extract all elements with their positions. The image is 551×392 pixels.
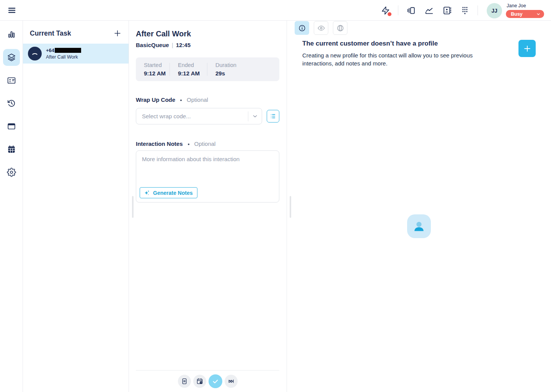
interaction-notes-label: Interaction Notes bbox=[136, 140, 183, 147]
no-profile-heading: The current customer doesn’t have a prof… bbox=[302, 40, 486, 47]
id-card-icon[interactable] bbox=[3, 72, 20, 89]
chevron-down-icon bbox=[536, 12, 541, 16]
acw-title: After Call Work bbox=[136, 29, 279, 38]
started-value: 9:12 AM bbox=[144, 70, 170, 77]
status-dropdown[interactable]: Busy bbox=[506, 10, 544, 18]
line-chart-icon[interactable] bbox=[424, 5, 434, 16]
dot-separator bbox=[188, 144, 189, 145]
after-call-work-panel: After Call Work BasicQueue | 12:45 Start… bbox=[129, 21, 287, 392]
plus-icon bbox=[523, 44, 531, 53]
menu-icon[interactable] bbox=[6, 5, 18, 16]
no-profile-description: Creating a new profile for this contact … bbox=[302, 51, 486, 67]
profile-tabs bbox=[295, 21, 347, 35]
add-task-button[interactable] bbox=[112, 28, 122, 38]
queue-name: BasicQueue bbox=[136, 42, 169, 48]
history-icon[interactable] bbox=[3, 95, 20, 112]
skip-end-icon[interactable] bbox=[225, 375, 238, 388]
tab-info-icon[interactable] bbox=[295, 21, 309, 35]
directory-icon[interactable] bbox=[442, 5, 452, 16]
avatar[interactable]: JJ bbox=[487, 3, 502, 18]
window-icon[interactable] bbox=[3, 118, 20, 135]
current-task-panel: Current Task +64 After Call Work bbox=[23, 21, 129, 392]
no-profile-message: The current customer doesn’t have a prof… bbox=[302, 40, 486, 67]
zap-icon[interactable] bbox=[380, 5, 391, 16]
document-icon[interactable] bbox=[178, 375, 191, 388]
task-phone-number: +64 bbox=[46, 47, 54, 53]
profile-avatar-placeholder bbox=[407, 214, 431, 238]
task-list-item[interactable]: +64 After Call Work bbox=[23, 44, 129, 64]
wrap-up-code-label: Wrap Up Code bbox=[136, 96, 175, 103]
duration-value: 29s bbox=[215, 70, 236, 77]
status-label: Busy bbox=[511, 11, 523, 17]
plus-icon bbox=[113, 29, 122, 38]
divider bbox=[478, 5, 478, 15]
calendar-icon[interactable] bbox=[3, 141, 20, 158]
divider bbox=[398, 5, 398, 15]
scrollbar-thumb[interactable] bbox=[290, 196, 291, 218]
left-nav-rail bbox=[0, 21, 23, 392]
separator: | bbox=[172, 42, 173, 48]
panels-icon[interactable] bbox=[406, 5, 416, 16]
generate-notes-label: Generate Notes bbox=[153, 190, 192, 196]
phone-down-icon bbox=[28, 47, 42, 60]
chevron-down-icon bbox=[248, 113, 262, 119]
customer-profile-panel: The current customer doesn’t have a prof… bbox=[287, 21, 551, 392]
layers-icon[interactable] bbox=[3, 49, 20, 66]
list-icon bbox=[269, 113, 277, 120]
sparkle-icon bbox=[144, 189, 150, 196]
user-block: JJ Jane Joe Busy bbox=[487, 2, 544, 18]
wrap-code-list-button[interactable] bbox=[267, 110, 279, 122]
dot-separator bbox=[180, 100, 182, 101]
bar-chart-icon[interactable] bbox=[3, 26, 20, 43]
create-profile-button[interactable] bbox=[518, 40, 536, 57]
wrap-code-placeholder: Select wrap code... bbox=[136, 113, 191, 119]
person-icon bbox=[412, 219, 426, 233]
generate-notes-button[interactable]: Generate Notes bbox=[140, 187, 197, 198]
user-name: Jane Joe bbox=[507, 3, 526, 8]
redacted-number bbox=[55, 48, 81, 53]
check-icon[interactable] bbox=[209, 374, 222, 388]
wrap-code-select[interactable]: Select wrap code... bbox=[136, 108, 262, 124]
ended-label: Ended bbox=[178, 62, 207, 68]
call-summary-box: Started 9:12 AM Ended 9:12 AM Duration 2… bbox=[136, 57, 279, 81]
notification-dot bbox=[388, 12, 391, 16]
acw-action-bar bbox=[136, 370, 279, 392]
tab-contrast-icon[interactable] bbox=[333, 21, 347, 35]
topbar-actions: JJ Jane Joe Busy bbox=[380, 0, 544, 21]
duration-label: Duration bbox=[215, 62, 236, 68]
optional-label: Optional bbox=[194, 140, 216, 147]
scrollbar-thumb[interactable] bbox=[132, 196, 134, 218]
top-bar: JJ Jane Joe Busy bbox=[0, 0, 551, 21]
started-label: Started bbox=[144, 62, 170, 68]
tab-eye-icon[interactable] bbox=[314, 21, 328, 35]
task-state-label: After Call Work bbox=[46, 54, 81, 60]
gear-icon[interactable] bbox=[3, 164, 20, 181]
ended-value: 9:12 AM bbox=[178, 70, 207, 77]
dialpad-icon[interactable] bbox=[460, 5, 470, 16]
task-panel-title: Current Task bbox=[30, 29, 71, 38]
calendar-clock-icon[interactable] bbox=[193, 375, 206, 388]
acw-timer: 12:45 bbox=[176, 42, 191, 48]
optional-label: Optional bbox=[187, 96, 208, 103]
